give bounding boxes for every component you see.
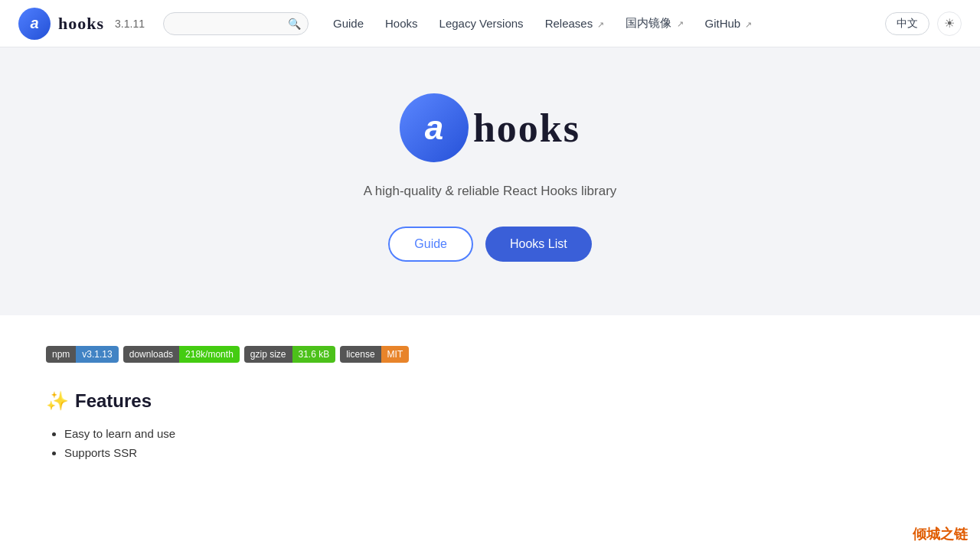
brand-name: hooks xyxy=(58,14,104,34)
hero-subtitle: A high-quality & reliable React Hooks li… xyxy=(364,184,617,199)
downloads-badge-label: downloads xyxy=(123,346,179,363)
downloads-badge: downloads 218k/month xyxy=(123,346,240,363)
brand-version: 3.1.11 xyxy=(115,18,145,30)
feature-item-2: Supports SSR xyxy=(64,446,934,459)
brand-logo-letter: a xyxy=(30,15,38,32)
gzip-badge: gzip size 31.6 kB xyxy=(244,346,335,363)
navbar: a hooks 3.1.11 🔍 Guide Hooks Legacy Vers… xyxy=(0,0,980,47)
search-icon: 🔍 xyxy=(288,18,301,30)
hero-logo-letter: a xyxy=(425,109,443,147)
hero-logo-circle: a xyxy=(400,93,469,162)
search-input[interactable] xyxy=(163,12,309,35)
downloads-badge-value: 218k/month xyxy=(179,346,240,363)
nav-guide[interactable]: Guide xyxy=(324,12,373,34)
hero-logo: a hooks xyxy=(400,93,580,162)
hero-logo-text: hooks xyxy=(473,106,580,151)
nav-releases[interactable]: Releases ↗ xyxy=(536,12,614,34)
navbar-actions: 中文 ☀ xyxy=(885,11,962,36)
nav-hooks[interactable]: Hooks xyxy=(376,12,427,34)
gzip-badge-label: gzip size xyxy=(244,346,292,363)
gzip-badge-value: 31.6 kB xyxy=(292,346,336,363)
nav-mirror[interactable]: 国内镜像 ↗ xyxy=(616,11,692,35)
badges-row: npm v3.1.13 downloads 218k/month gzip si… xyxy=(46,346,934,363)
hero-section: a hooks A high-quality & reliable React … xyxy=(0,47,980,315)
external-link-icon: ↗ xyxy=(597,20,604,29)
content-section: npm v3.1.13 downloads 218k/month gzip si… xyxy=(0,315,980,496)
theme-toggle-button[interactable]: ☀ xyxy=(937,11,962,36)
brand-logo-link[interactable]: a hooks 3.1.11 xyxy=(18,8,145,40)
nav-legacy-versions[interactable]: Legacy Versions xyxy=(430,12,533,34)
nav-github[interactable]: GitHub ↗ xyxy=(696,12,762,34)
npm-badge-label: npm xyxy=(46,346,76,363)
language-button[interactable]: 中文 xyxy=(885,12,929,35)
guide-button[interactable]: Guide xyxy=(388,227,473,262)
features-list: Easy to learn and use Supports SSR xyxy=(46,427,934,459)
brand-logo-icon: a xyxy=(18,8,51,40)
external-link-icon3: ↗ xyxy=(745,20,752,29)
main-nav: Guide Hooks Legacy Versions Releases ↗ 国… xyxy=(324,11,885,35)
features-title: ✨ Features xyxy=(46,390,934,412)
license-badge-label: license xyxy=(340,346,381,363)
npm-badge-value: v3.1.13 xyxy=(76,346,118,363)
features-icon: ✨ xyxy=(46,390,69,412)
feature-item-1: Easy to learn and use xyxy=(64,427,934,440)
features-title-text: Features xyxy=(75,390,152,412)
search-box: 🔍 xyxy=(163,12,309,35)
external-link-icon2: ↗ xyxy=(677,19,684,28)
hero-buttons: Guide Hooks List xyxy=(388,227,591,262)
features-section: ✨ Features Easy to learn and use Support… xyxy=(46,390,934,459)
license-badge: license MIT xyxy=(340,346,409,363)
hooks-list-button[interactable]: Hooks List xyxy=(485,227,592,262)
npm-badge: npm v3.1.13 xyxy=(46,346,119,363)
license-badge-value: MIT xyxy=(381,346,410,363)
